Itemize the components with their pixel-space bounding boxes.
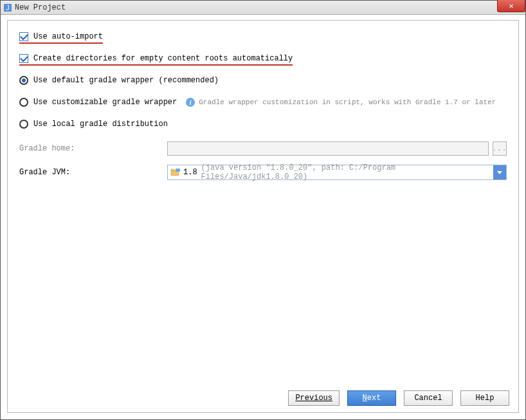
checkbox-label: Create directories for empty content roo… <box>33 54 293 63</box>
titlebar[interactable]: J New Project ✕ <box>1 1 525 15</box>
folder-icon <box>170 168 181 177</box>
gradle-jvm-dropdown[interactable]: 1.8 (java version "1.8.0_20", path: C:/P… <box>167 165 507 180</box>
checkbox-auto-import[interactable] <box>19 32 28 41</box>
close-icon: ✕ <box>509 1 513 11</box>
radio-row-custom-wrapper[interactable]: Use customizable gradle wrapper i Gradle… <box>19 98 507 107</box>
previous-button[interactable]: Previous <box>288 390 340 406</box>
radio-label: Use local gradle distribution <box>33 120 168 129</box>
button-label: Cancel <box>414 394 442 403</box>
radio-custom-wrapper[interactable] <box>19 98 28 107</box>
form-row-gradle-home: Gradle home: ... <box>19 142 507 156</box>
dialog-window: J New Project ✕ Use auto-import Create d… <box>0 0 526 420</box>
help-button[interactable]: Help <box>460 390 509 406</box>
checkbox-row-auto-import[interactable]: Use auto-import <box>19 32 103 44</box>
window-title: New Project <box>15 3 66 12</box>
radio-row-local-dist[interactable]: Use local gradle distribution <box>19 120 507 129</box>
button-bar: Previous Next Cancel Help <box>288 390 509 406</box>
chevron-down-icon[interactable] <box>493 165 506 179</box>
gradle-home-input[interactable] <box>167 142 489 156</box>
browse-button[interactable]: ... <box>493 142 507 156</box>
radio-row-default-wrapper[interactable]: Use default gradle wrapper (recommended) <box>19 76 507 85</box>
gradle-home-label: Gradle home: <box>19 144 167 153</box>
cancel-button[interactable]: Cancel <box>404 390 453 406</box>
radio-label: Use customizable gradle wrapper <box>33 98 177 107</box>
radio-local-dist[interactable] <box>19 120 28 129</box>
svg-text:J: J <box>6 5 10 12</box>
info-text: Gradle wrapper customization in script, … <box>199 98 496 106</box>
checkbox-row-create-dirs[interactable]: Create directories for empty content roo… <box>19 54 293 66</box>
form-row-gradle-jvm: Gradle JVM: 1.8 (java version "1.8.0_20"… <box>19 165 507 180</box>
button-label: Help <box>476 394 494 403</box>
checkbox-create-dirs[interactable] <box>19 54 28 63</box>
dropdown-value: 1.8 <box>183 168 197 177</box>
button-label: Previous <box>295 394 332 403</box>
radio-default-wrapper[interactable] <box>19 76 28 85</box>
svg-rect-4 <box>176 169 180 172</box>
radio-label: Use default gradle wrapper (recommended) <box>33 76 219 85</box>
dropdown-extra: (java version "1.8.0_20", path: C:/Progr… <box>201 163 503 181</box>
svg-rect-3 <box>171 169 174 171</box>
info-icon: i <box>186 98 195 107</box>
next-button[interactable]: Next <box>347 390 396 406</box>
dialog-content: Use auto-import Create directories for e… <box>7 20 519 413</box>
checkbox-label: Use auto-import <box>33 32 103 41</box>
button-label: Next <box>363 394 381 403</box>
ellipsis-icon: ... <box>493 145 507 152</box>
close-button[interactable]: ✕ <box>497 0 525 12</box>
gradle-jvm-label: Gradle JVM: <box>19 168 167 177</box>
app-icon: J <box>3 3 12 12</box>
